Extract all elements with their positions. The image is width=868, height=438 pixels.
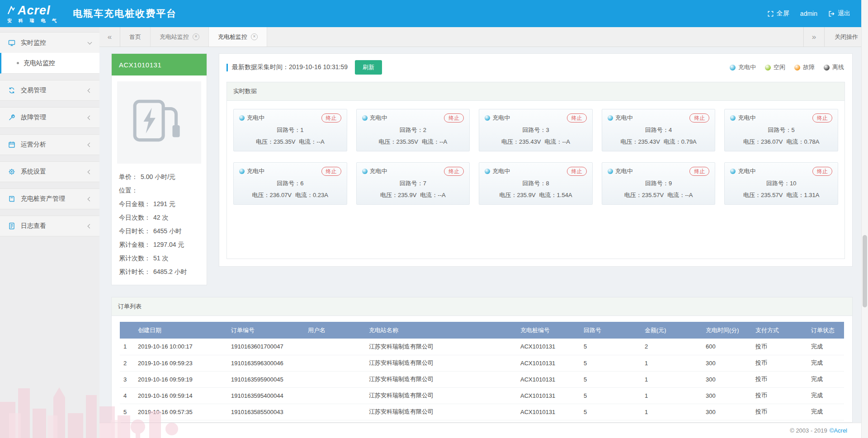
terminate-button[interactable]: 终止 — [444, 113, 464, 122]
circuit-number-row: 回路号：10 — [730, 179, 832, 188]
close-tab-icon[interactable]: × — [251, 33, 258, 40]
cell-index: 4 — [120, 387, 134, 404]
tab-home[interactable]: 首页 — [120, 27, 151, 47]
cell-pay-method: 投币 — [752, 339, 807, 355]
chevron-left-icon — [88, 170, 92, 174]
fullscreen-button[interactable]: 全屏 — [763, 9, 793, 18]
circuit-number-value: 5 — [792, 127, 795, 133]
sidebar-item-faults[interactable]: 故障管理 — [0, 107, 99, 128]
brand-link[interactable]: ©Acrel — [830, 427, 847, 434]
stat-label: 位置： — [119, 184, 138, 197]
cell-created-date: 2019-10-16 09:57:35 — [134, 404, 227, 420]
tabs-scroll-right-button[interactable]: » — [803, 27, 824, 47]
status-dot-icon — [824, 65, 830, 71]
cell-amount: 1 — [641, 387, 702, 404]
refresh-button[interactable]: 刷新 — [355, 60, 382, 75]
cell-created-date: 2019-10-16 09:59:23 — [134, 355, 227, 371]
circuit-number-row: 回路号：7 — [362, 179, 464, 188]
sidebar-item-logs[interactable]: 日志查看 — [0, 216, 99, 236]
circuit-card: 充电中 终止 回路号：3 电压：235.43V电流：--A — [479, 109, 593, 151]
terminate-button[interactable]: 终止 — [689, 167, 709, 176]
voltage-value: 235.57V — [761, 192, 783, 198]
cell-order-status: 完成 — [807, 371, 844, 387]
pile-stat-row: 累计次数： 51 次 — [119, 251, 199, 265]
terminate-button[interactable]: 终止 — [689, 113, 709, 122]
sidebar-item-settings[interactable]: 系统设置 — [0, 161, 99, 182]
user-menu[interactable]: admin — [796, 10, 821, 17]
sidebar-item-station-monitor[interactable]: 充电站监控 — [0, 53, 99, 74]
legend-label: 空闲 — [774, 63, 785, 71]
sidebar-item-label: 交易管理 — [21, 86, 46, 94]
vertical-scrollbar[interactable] — [861, 0, 868, 438]
tab-station-monitor[interactable]: 充电站监控 × — [151, 27, 209, 47]
legend-item: 充电中 — [730, 63, 756, 71]
pile-stat-row: 今日金额： 1291 元 — [119, 197, 199, 211]
circuit-number-label: 回路号： — [277, 127, 300, 133]
cell-created-date: 2019-10-16 09:59:14 — [134, 387, 227, 404]
current-value: 1.54A — [557, 192, 572, 198]
sidebar-item-assets[interactable]: 充电桩资产管理 — [0, 188, 99, 209]
current-value: --A — [562, 138, 570, 145]
sidebar-item-transactions[interactable]: 交易管理 — [0, 80, 99, 101]
circuit-status: 充电中 — [608, 167, 633, 175]
circuit-status-label: 充电中 — [492, 167, 510, 175]
charging-status-dot-icon — [485, 169, 490, 174]
cell-charge-minutes: 300 — [702, 355, 752, 371]
column-header: 充电桩编号 — [517, 322, 580, 339]
table-row: 4 2019-10-16 09:59:14 1910163595400044 江… — [120, 387, 844, 404]
charging-pile-icon — [129, 95, 189, 150]
stat-label: 今日金额： — [119, 197, 151, 211]
close-tab-icon[interactable]: × — [193, 33, 199, 40]
circuit-measurements-row: 电压：235.57V电流：1.31A — [730, 191, 832, 199]
exchange-icon — [8, 87, 15, 94]
charging-status-dot-icon — [608, 169, 613, 174]
pile-id-header: ACX1010131 — [112, 54, 207, 75]
voltage-label: 电压： — [743, 192, 761, 198]
circuit-measurements-row: 电压：236.07V电流：0.78A — [730, 138, 832, 146]
order-table: 创建日期订单编号用户名充电站名称充电桩编号回路号金额(元)充电时间(分)支付方式… — [120, 322, 844, 420]
order-table-body: 1 2019-10-16 10:00:17 1910163601700047 江… — [120, 339, 844, 420]
collect-time-label: 最新数据采集时间： — [232, 63, 289, 71]
sidebar-item-label: 运营分析 — [21, 141, 46, 149]
terminate-button[interactable]: 终止 — [321, 113, 341, 122]
status-dot-icon — [765, 65, 771, 71]
circuit-number-label: 回路号： — [522, 127, 546, 133]
charging-status-dot-icon — [239, 169, 245, 174]
sidebar-item-realtime-monitor[interactable]: 实时监控 — [0, 32, 99, 53]
scrollbar-thumb[interactable] — [863, 235, 867, 307]
pile-icon-box — [117, 81, 201, 164]
cell-order-number: 1910163595900045 — [227, 371, 304, 387]
circuit-status: 充电中 — [608, 114, 633, 122]
terminate-button[interactable]: 终止 — [567, 167, 587, 176]
tab-pile-monitor[interactable]: 充电桩监控 × — [209, 27, 267, 47]
terminate-button[interactable]: 终止 — [444, 167, 464, 176]
circuit-card: 充电中 终止 回路号：4 电压：235.43V电流：0.79A — [602, 109, 716, 151]
sidebar-item-analysis[interactable]: 运营分析 — [0, 134, 99, 155]
cell-username — [304, 387, 365, 404]
legend-label: 充电中 — [738, 63, 756, 71]
terminate-button[interactable]: 终止 — [812, 167, 832, 176]
current-label: 电流： — [786, 138, 804, 145]
logout-button[interactable]: 退出 — [824, 9, 854, 18]
cell-station-name: 江苏安科瑞制造有限公司 — [365, 404, 517, 420]
circuit-card-top: 充电中 终止 — [730, 167, 832, 176]
fullscreen-label: 全屏 — [777, 9, 789, 18]
terminate-button[interactable]: 终止 — [321, 167, 341, 176]
terminate-button[interactable]: 终止 — [567, 113, 587, 122]
stat-value: 1291 元 — [153, 197, 175, 211]
circuit-status-label: 充电中 — [615, 167, 633, 175]
voltage-value: 235.57V — [642, 192, 664, 198]
current-label: 电流： — [420, 192, 438, 198]
current-value: 0.78A — [804, 138, 819, 145]
column-header: 充电时间(分) — [702, 322, 752, 339]
legend-item: 离线 — [824, 63, 844, 71]
cell-username — [304, 339, 365, 355]
column-header: 订单状态 — [807, 322, 844, 339]
stat-label: 今日时长： — [119, 224, 151, 238]
chevron-left-icon — [88, 224, 92, 228]
tabs-scroll-left-button[interactable]: « — [99, 27, 120, 47]
voltage-label: 电压： — [499, 192, 517, 198]
collect-time: 最新数据采集时间：2019-10-16 10:31:59 — [232, 63, 348, 71]
terminate-button[interactable]: 终止 — [812, 113, 832, 122]
circuit-card-top: 充电中 终止 — [608, 113, 710, 122]
